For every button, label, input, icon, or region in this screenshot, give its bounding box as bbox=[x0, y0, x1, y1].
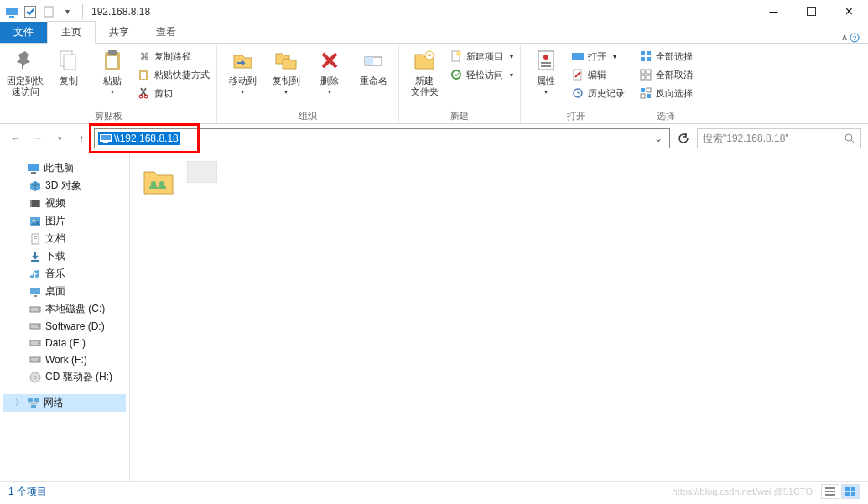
group-label-new: 新建 bbox=[404, 110, 515, 123]
svg-text:?: ? bbox=[853, 34, 857, 42]
address-dropdown-icon[interactable]: ⌄ bbox=[651, 132, 666, 144]
search-input[interactable]: 搜索"192.168.8.18" bbox=[697, 128, 861, 148]
tree-data-e[interactable]: Data (E:) bbox=[3, 335, 126, 351]
group-label-select: 选择 bbox=[637, 110, 694, 123]
address-bar[interactable]: \\192.168.8.18 ⌄ bbox=[94, 128, 670, 148]
collapse-ribbon-button[interactable]: ∧? bbox=[833, 32, 868, 43]
svg-point-66 bbox=[38, 359, 39, 361]
svg-point-60 bbox=[38, 309, 39, 310]
edit-button[interactable]: 编辑 bbox=[569, 65, 626, 84]
maximize-button[interactable] bbox=[793, 0, 830, 23]
select-none-button[interactable]: 全部取消 bbox=[637, 65, 694, 84]
close-button[interactable]: × bbox=[830, 0, 868, 23]
tree-local-c[interactable]: 本地磁盘 (C:) bbox=[3, 300, 126, 318]
checkbox-icon[interactable] bbox=[23, 5, 37, 18]
copy-to-icon bbox=[273, 47, 299, 74]
forward-button[interactable]: → bbox=[29, 129, 47, 148]
open-button[interactable]: 打开▾ bbox=[569, 47, 626, 65]
svg-rect-44 bbox=[103, 142, 108, 143]
svg-rect-46 bbox=[28, 164, 39, 171]
tree-software-d[interactable]: Software (D:) bbox=[3, 318, 126, 335]
svg-point-72 bbox=[151, 181, 156, 186]
copy-to-button[interactable]: 复制到▾ bbox=[266, 45, 306, 96]
tree-downloads[interactable]: 下载 bbox=[3, 247, 126, 265]
view-details-button[interactable] bbox=[821, 484, 839, 499]
tree-work-f[interactable]: Work (F:) bbox=[3, 351, 126, 368]
easy-access-button[interactable]: 轻松访问▾ bbox=[448, 65, 515, 84]
up-button[interactable]: ↑ bbox=[72, 129, 91, 148]
tree-cd-h[interactable]: CD 驱动器 (H:) bbox=[3, 368, 126, 386]
group-label-organize: 组织 bbox=[222, 110, 393, 123]
svg-rect-37 bbox=[647, 75, 651, 80]
svg-rect-2 bbox=[25, 6, 36, 17]
tree-desktop[interactable]: 桌面 bbox=[3, 283, 126, 300]
tab-home[interactable]: 主页 bbox=[47, 21, 96, 44]
dropdown-icon[interactable]: ▾ bbox=[60, 5, 74, 18]
svg-rect-54 bbox=[34, 236, 37, 237]
document-icon[interactable] bbox=[42, 5, 55, 18]
paste-icon bbox=[99, 47, 126, 74]
back-button[interactable]: ← bbox=[7, 129, 25, 148]
content-pane[interactable] bbox=[130, 153, 868, 481]
rename-icon bbox=[360, 47, 387, 74]
refresh-button[interactable] bbox=[673, 128, 694, 148]
history-button[interactable]: 历史记录 bbox=[569, 84, 626, 102]
copy-button[interactable]: 复制 bbox=[49, 45, 89, 86]
window-title: 192.168.8.18 bbox=[91, 6, 150, 18]
svg-point-52 bbox=[33, 219, 35, 221]
pin-button[interactable]: 固定到快 速访问 bbox=[5, 45, 45, 97]
svg-rect-3 bbox=[44, 7, 53, 17]
svg-rect-0 bbox=[6, 8, 18, 15]
svg-point-73 bbox=[159, 181, 164, 186]
svg-point-24 bbox=[543, 55, 548, 60]
tab-share[interactable]: 共享 bbox=[96, 22, 143, 43]
view-icons-button[interactable] bbox=[841, 484, 860, 499]
easy-access-icon bbox=[450, 68, 463, 81]
cut-button[interactable]: 剪切 bbox=[136, 84, 211, 102]
svg-rect-27 bbox=[572, 53, 584, 60]
paste-shortcut-button[interactable]: 粘贴快捷方式 bbox=[136, 65, 211, 84]
svg-rect-79 bbox=[845, 492, 850, 496]
history-icon bbox=[571, 86, 585, 100]
search-placeholder: 搜索"192.168.8.18" bbox=[703, 132, 789, 146]
open-icon bbox=[571, 49, 585, 63]
recent-button[interactable]: ▾ bbox=[50, 129, 69, 148]
minimize-button[interactable]: ─ bbox=[755, 0, 793, 23]
new-folder-button[interactable]: ✶ 新建 文件夹 bbox=[404, 45, 444, 97]
tree-music[interactable]: 音乐 bbox=[3, 265, 126, 283]
paste-button[interactable]: 粘贴 ▾ bbox=[92, 45, 133, 96]
rename-button[interactable]: 重命名 bbox=[353, 45, 393, 86]
tree-this-pc[interactable]: 此电脑 bbox=[3, 159, 126, 177]
select-none-icon bbox=[639, 68, 652, 81]
file-item[interactable] bbox=[138, 161, 179, 201]
select-all-button[interactable]: 全部选择 bbox=[637, 47, 694, 65]
file-item[interactable] bbox=[185, 161, 219, 183]
svg-rect-41 bbox=[647, 94, 651, 98]
tree-documents[interactable]: 文档 bbox=[3, 230, 126, 247]
pin-icon bbox=[12, 47, 39, 74]
ribbon: 固定到快 速访问 复制 粘贴 ▾ ⌘复制路径 粘贴快捷方式 剪切 剪贴板 bbox=[0, 44, 868, 124]
svg-rect-77 bbox=[845, 487, 850, 491]
status-bar: 1 个项目 https://blog.csdn.net/wei @51CTO bbox=[0, 481, 868, 501]
blank-thumb-icon bbox=[187, 161, 217, 183]
desktop-icon bbox=[29, 285, 42, 299]
tree-pictures[interactable]: 图片 bbox=[3, 212, 126, 230]
tree-videos[interactable]: 视频 bbox=[3, 195, 126, 212]
move-to-button[interactable]: 移动到▾ bbox=[222, 45, 262, 96]
svg-rect-32 bbox=[641, 57, 645, 61]
copy-path-button[interactable]: ⌘复制路径 bbox=[136, 47, 211, 65]
svg-rect-49 bbox=[30, 200, 32, 207]
tree-3d-objects[interactable]: 3D 对象 bbox=[3, 177, 126, 195]
svg-rect-75 bbox=[825, 491, 835, 492]
svg-rect-69 bbox=[28, 398, 33, 402]
delete-button[interactable]: 删除▾ bbox=[309, 45, 350, 96]
tab-file[interactable]: 文件 bbox=[0, 22, 47, 43]
invert-selection-button[interactable]: 反向选择 bbox=[637, 84, 694, 102]
new-item-button[interactable]: 新建项目▾ bbox=[448, 47, 515, 65]
svg-rect-80 bbox=[851, 492, 855, 496]
tree-network[interactable]: 〉网络 bbox=[3, 394, 126, 412]
download-icon bbox=[29, 250, 42, 263]
svg-rect-1 bbox=[9, 16, 14, 18]
tab-view[interactable]: 查看 bbox=[143, 22, 190, 43]
properties-button[interactable]: 属性▾ bbox=[526, 45, 566, 96]
